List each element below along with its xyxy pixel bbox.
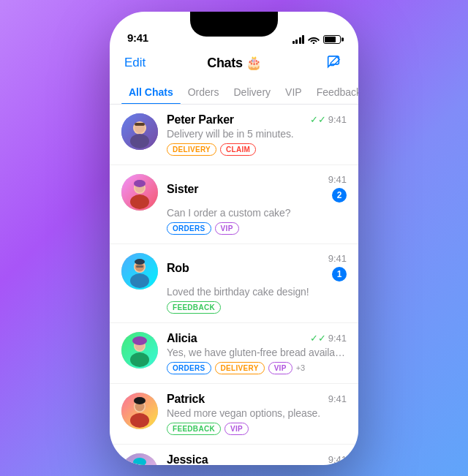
- chat-preview: Can I order a custom cake?: [167, 207, 347, 219]
- list-item[interactable]: Alicia ✓✓ 9:41 Yes, we have gluten-free …: [110, 323, 358, 384]
- list-item[interactable]: Sister 9:41 2 Can I order a custom cake?…: [110, 165, 358, 244]
- battery-icon: [323, 35, 341, 44]
- svg-point-20: [132, 336, 147, 345]
- chat-meta: ✓✓ 9:41: [310, 114, 347, 125]
- tab-vip[interactable]: VIP: [278, 80, 309, 104]
- tab-orders[interactable]: Orders: [181, 80, 227, 104]
- svg-point-25: [134, 397, 146, 404]
- svg-rect-4: [135, 123, 145, 126]
- header: Edit Chats 🎂: [110, 50, 358, 80]
- tag-feedback: FEEDBACK: [167, 301, 221, 314]
- chat-name: Sister: [167, 183, 198, 196]
- list-item[interactable]: Peter Parker ✓✓ 9:41 Delivery will be in…: [110, 105, 358, 165]
- chat-list: Peter Parker ✓✓ 9:41 Delivery will be in…: [110, 105, 358, 465]
- list-item[interactable]: Patrick 9:41 Need more vegan options, pl…: [110, 384, 358, 445]
- unread-badge: 1: [332, 267, 347, 282]
- tag-more: +3: [296, 363, 306, 372]
- chat-content: Patrick 9:41 Need more vegan options, pl…: [167, 393, 347, 435]
- chat-tags: ORDERS DELIVERY VIP +3: [167, 362, 347, 374]
- tab-all-chats[interactable]: All Chats: [121, 80, 181, 104]
- chat-preview: Yes, we have gluten-free bread available…: [167, 347, 347, 358]
- chat-preview: Delivery will be in 5 minutes.: [167, 128, 347, 140]
- chat-name: Rob: [167, 262, 189, 275]
- svg-point-12: [130, 273, 149, 288]
- avatar: [121, 113, 158, 150]
- chat-content: Jessica 9:41 Nice, got it.: [167, 453, 347, 465]
- chat-preview: Loved the birthday cake design!: [167, 286, 347, 298]
- tab-feedback[interactable]: Feedback: [309, 80, 358, 104]
- tag-vip: VIP: [268, 362, 292, 374]
- svg-point-9: [134, 180, 146, 187]
- tabs-bar: All Chats Orders Delivery VIP Feedback: [110, 80, 358, 105]
- chat-content: Peter Parker ✓✓ 9:41 Delivery will be in…: [167, 113, 347, 156]
- chat-right: 9:41 1: [328, 253, 347, 284]
- chat-time: 9:41: [328, 114, 347, 125]
- chat-content: Rob 9:41 1 Loved the birthday cake desig…: [167, 253, 347, 314]
- svg-point-14: [135, 259, 145, 265]
- chat-content: Alicia ✓✓ 9:41 Yes, we have gluten-free …: [167, 332, 347, 374]
- avatar: [121, 332, 158, 369]
- chat-tags: FEEDBACK VIP: [167, 423, 347, 435]
- chat-meta: ✓✓ 9:41: [310, 333, 347, 344]
- list-item[interactable]: Rob 9:41 1 Loved the birthday cake desig…: [110, 244, 358, 323]
- status-icons: [292, 35, 341, 44]
- edit-button[interactable]: Edit: [124, 56, 146, 70]
- avatar: [121, 174, 158, 211]
- tab-delivery[interactable]: Delivery: [226, 80, 278, 104]
- tag-vip: VIP: [215, 222, 239, 235]
- chat-time: 9:41: [328, 253, 347, 264]
- svg-rect-15: [136, 265, 143, 268]
- page-title: Chats 🎂: [207, 55, 262, 71]
- compose-button[interactable]: [323, 53, 344, 73]
- tag-orders: ORDERS: [167, 222, 211, 235]
- chat-time: 9:41: [328, 393, 347, 404]
- read-check-icon: ✓✓: [310, 114, 326, 125]
- tag-vip: VIP: [224, 423, 249, 435]
- chat-name: Jessica: [167, 453, 208, 465]
- list-item[interactable]: Jessica 9:41 Nice, got it.: [110, 445, 358, 465]
- svg-point-7: [130, 194, 149, 209]
- chat-preview: Need more vegan options, please.: [167, 407, 347, 419]
- avatar: [121, 393, 158, 429]
- chat-time: 9:41: [328, 174, 347, 185]
- tag-feedback: FEEDBACK: [167, 423, 221, 435]
- tag-claim: CLAIM: [220, 143, 256, 156]
- chat-name: Peter Parker: [167, 113, 234, 126]
- chat-content: Sister 9:41 2 Can I order a custom cake?…: [167, 174, 347, 235]
- chat-time: 9:41: [328, 333, 347, 344]
- wifi-icon: [308, 35, 320, 44]
- read-check-icon: ✓✓: [310, 333, 326, 344]
- svg-point-2: [130, 134, 149, 148]
- signal-icon: [292, 35, 305, 44]
- chat-tags: ORDERS VIP: [167, 222, 347, 235]
- svg-point-23: [130, 413, 149, 428]
- chat-right: 9:41 2: [328, 174, 347, 205]
- chat-tags: FEEDBACK: [167, 301, 347, 314]
- svg-point-18: [130, 352, 149, 367]
- tag-delivery: DELIVERY: [215, 362, 265, 374]
- chat-time: 9:41: [328, 454, 347, 465]
- notch: [190, 12, 278, 37]
- tag-orders: ORDERS: [167, 362, 211, 374]
- chat-name: Patrick: [167, 393, 205, 406]
- chat-name: Alicia: [167, 332, 197, 345]
- phone-frame: 9:41 Edit Chats 🎂 A: [110, 12, 358, 465]
- avatar: [121, 453, 158, 465]
- status-time: 9:41: [127, 31, 148, 44]
- unread-badge: 2: [332, 188, 347, 203]
- chat-tags: DELIVERY CLAIM: [167, 143, 347, 156]
- tag-delivery: DELIVERY: [167, 143, 216, 156]
- avatar: [121, 253, 158, 290]
